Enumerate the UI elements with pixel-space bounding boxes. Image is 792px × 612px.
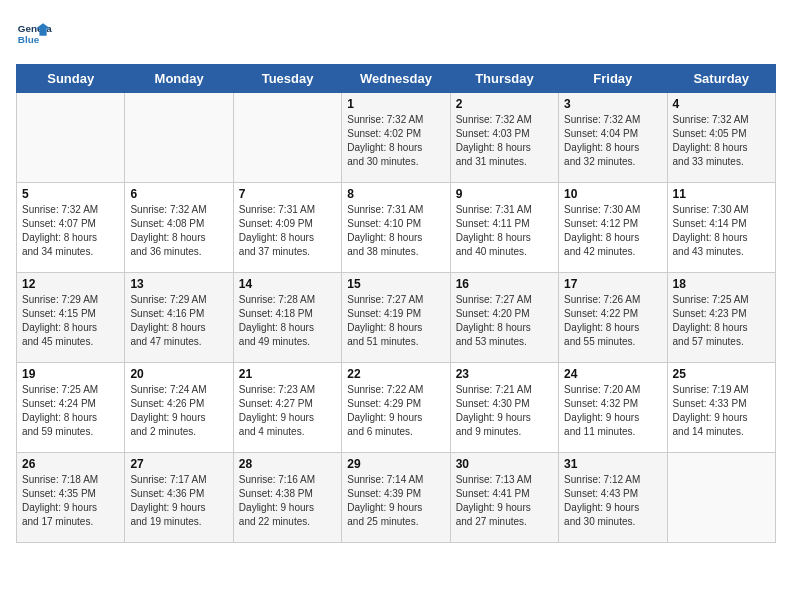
svg-text:Blue: Blue xyxy=(18,34,40,45)
weekday-header: Friday xyxy=(559,65,667,93)
calendar-cell: 25Sunrise: 7:19 AM Sunset: 4:33 PM Dayli… xyxy=(667,363,775,453)
day-number: 12 xyxy=(22,277,119,291)
day-number: 22 xyxy=(347,367,444,381)
day-number: 25 xyxy=(673,367,770,381)
calendar-cell: 12Sunrise: 7:29 AM Sunset: 4:15 PM Dayli… xyxy=(17,273,125,363)
calendar-cell: 26Sunrise: 7:18 AM Sunset: 4:35 PM Dayli… xyxy=(17,453,125,543)
day-number: 6 xyxy=(130,187,227,201)
day-number: 16 xyxy=(456,277,553,291)
weekday-header: Wednesday xyxy=(342,65,450,93)
day-number: 15 xyxy=(347,277,444,291)
day-info: Sunrise: 7:30 AM Sunset: 4:14 PM Dayligh… xyxy=(673,203,770,259)
calendar-week-row: 5Sunrise: 7:32 AM Sunset: 4:07 PM Daylig… xyxy=(17,183,776,273)
calendar-cell: 19Sunrise: 7:25 AM Sunset: 4:24 PM Dayli… xyxy=(17,363,125,453)
day-number: 27 xyxy=(130,457,227,471)
day-info: Sunrise: 7:32 AM Sunset: 4:07 PM Dayligh… xyxy=(22,203,119,259)
calendar-cell: 11Sunrise: 7:30 AM Sunset: 4:14 PM Dayli… xyxy=(667,183,775,273)
day-info: Sunrise: 7:21 AM Sunset: 4:30 PM Dayligh… xyxy=(456,383,553,439)
day-number: 17 xyxy=(564,277,661,291)
weekday-header: Tuesday xyxy=(233,65,341,93)
day-number: 1 xyxy=(347,97,444,111)
day-info: Sunrise: 7:27 AM Sunset: 4:19 PM Dayligh… xyxy=(347,293,444,349)
day-info: Sunrise: 7:30 AM Sunset: 4:12 PM Dayligh… xyxy=(564,203,661,259)
calendar-cell: 27Sunrise: 7:17 AM Sunset: 4:36 PM Dayli… xyxy=(125,453,233,543)
day-info: Sunrise: 7:14 AM Sunset: 4:39 PM Dayligh… xyxy=(347,473,444,529)
day-number: 10 xyxy=(564,187,661,201)
day-info: Sunrise: 7:28 AM Sunset: 4:18 PM Dayligh… xyxy=(239,293,336,349)
calendar-cell: 4Sunrise: 7:32 AM Sunset: 4:05 PM Daylig… xyxy=(667,93,775,183)
day-number: 3 xyxy=(564,97,661,111)
calendar-week-row: 1Sunrise: 7:32 AM Sunset: 4:02 PM Daylig… xyxy=(17,93,776,183)
day-info: Sunrise: 7:32 AM Sunset: 4:08 PM Dayligh… xyxy=(130,203,227,259)
day-info: Sunrise: 7:31 AM Sunset: 4:11 PM Dayligh… xyxy=(456,203,553,259)
day-number: 29 xyxy=(347,457,444,471)
weekday-header: Sunday xyxy=(17,65,125,93)
day-number: 21 xyxy=(239,367,336,381)
calendar-cell xyxy=(125,93,233,183)
day-info: Sunrise: 7:29 AM Sunset: 4:15 PM Dayligh… xyxy=(22,293,119,349)
calendar-cell: 7Sunrise: 7:31 AM Sunset: 4:09 PM Daylig… xyxy=(233,183,341,273)
calendar-cell: 1Sunrise: 7:32 AM Sunset: 4:02 PM Daylig… xyxy=(342,93,450,183)
day-number: 18 xyxy=(673,277,770,291)
day-number: 2 xyxy=(456,97,553,111)
day-info: Sunrise: 7:31 AM Sunset: 4:10 PM Dayligh… xyxy=(347,203,444,259)
calendar-cell: 8Sunrise: 7:31 AM Sunset: 4:10 PM Daylig… xyxy=(342,183,450,273)
calendar-cell: 3Sunrise: 7:32 AM Sunset: 4:04 PM Daylig… xyxy=(559,93,667,183)
calendar-cell: 23Sunrise: 7:21 AM Sunset: 4:30 PM Dayli… xyxy=(450,363,558,453)
day-info: Sunrise: 7:32 AM Sunset: 4:05 PM Dayligh… xyxy=(673,113,770,169)
day-info: Sunrise: 7:17 AM Sunset: 4:36 PM Dayligh… xyxy=(130,473,227,529)
day-info: Sunrise: 7:32 AM Sunset: 4:03 PM Dayligh… xyxy=(456,113,553,169)
calendar-cell: 5Sunrise: 7:32 AM Sunset: 4:07 PM Daylig… xyxy=(17,183,125,273)
day-number: 8 xyxy=(347,187,444,201)
weekday-header: Thursday xyxy=(450,65,558,93)
weekday-header-row: SundayMondayTuesdayWednesdayThursdayFrid… xyxy=(17,65,776,93)
day-info: Sunrise: 7:32 AM Sunset: 4:04 PM Dayligh… xyxy=(564,113,661,169)
calendar-cell: 21Sunrise: 7:23 AM Sunset: 4:27 PM Dayli… xyxy=(233,363,341,453)
calendar-cell xyxy=(17,93,125,183)
day-info: Sunrise: 7:27 AM Sunset: 4:20 PM Dayligh… xyxy=(456,293,553,349)
day-number: 20 xyxy=(130,367,227,381)
day-info: Sunrise: 7:22 AM Sunset: 4:29 PM Dayligh… xyxy=(347,383,444,439)
calendar-cell: 31Sunrise: 7:12 AM Sunset: 4:43 PM Dayli… xyxy=(559,453,667,543)
day-info: Sunrise: 7:31 AM Sunset: 4:09 PM Dayligh… xyxy=(239,203,336,259)
svg-text:General: General xyxy=(18,23,52,34)
day-number: 28 xyxy=(239,457,336,471)
day-number: 31 xyxy=(564,457,661,471)
day-number: 4 xyxy=(673,97,770,111)
calendar-cell: 6Sunrise: 7:32 AM Sunset: 4:08 PM Daylig… xyxy=(125,183,233,273)
calendar-cell: 20Sunrise: 7:24 AM Sunset: 4:26 PM Dayli… xyxy=(125,363,233,453)
day-info: Sunrise: 7:20 AM Sunset: 4:32 PM Dayligh… xyxy=(564,383,661,439)
calendar-cell: 9Sunrise: 7:31 AM Sunset: 4:11 PM Daylig… xyxy=(450,183,558,273)
day-number: 24 xyxy=(564,367,661,381)
day-number: 30 xyxy=(456,457,553,471)
calendar-cell: 30Sunrise: 7:13 AM Sunset: 4:41 PM Dayli… xyxy=(450,453,558,543)
logo-icon: General Blue xyxy=(16,16,52,52)
calendar-week-row: 19Sunrise: 7:25 AM Sunset: 4:24 PM Dayli… xyxy=(17,363,776,453)
day-info: Sunrise: 7:23 AM Sunset: 4:27 PM Dayligh… xyxy=(239,383,336,439)
weekday-header: Monday xyxy=(125,65,233,93)
day-info: Sunrise: 7:18 AM Sunset: 4:35 PM Dayligh… xyxy=(22,473,119,529)
day-info: Sunrise: 7:32 AM Sunset: 4:02 PM Dayligh… xyxy=(347,113,444,169)
calendar-cell: 10Sunrise: 7:30 AM Sunset: 4:12 PM Dayli… xyxy=(559,183,667,273)
day-number: 7 xyxy=(239,187,336,201)
day-info: Sunrise: 7:19 AM Sunset: 4:33 PM Dayligh… xyxy=(673,383,770,439)
day-info: Sunrise: 7:24 AM Sunset: 4:26 PM Dayligh… xyxy=(130,383,227,439)
calendar-cell: 18Sunrise: 7:25 AM Sunset: 4:23 PM Dayli… xyxy=(667,273,775,363)
calendar-cell: 15Sunrise: 7:27 AM Sunset: 4:19 PM Dayli… xyxy=(342,273,450,363)
logo: General Blue xyxy=(16,16,52,52)
calendar-cell: 13Sunrise: 7:29 AM Sunset: 4:16 PM Dayli… xyxy=(125,273,233,363)
day-number: 5 xyxy=(22,187,119,201)
day-info: Sunrise: 7:12 AM Sunset: 4:43 PM Dayligh… xyxy=(564,473,661,529)
calendar-week-row: 26Sunrise: 7:18 AM Sunset: 4:35 PM Dayli… xyxy=(17,453,776,543)
calendar-cell: 24Sunrise: 7:20 AM Sunset: 4:32 PM Dayli… xyxy=(559,363,667,453)
day-info: Sunrise: 7:13 AM Sunset: 4:41 PM Dayligh… xyxy=(456,473,553,529)
day-number: 19 xyxy=(22,367,119,381)
calendar-cell: 2Sunrise: 7:32 AM Sunset: 4:03 PM Daylig… xyxy=(450,93,558,183)
calendar-week-row: 12Sunrise: 7:29 AM Sunset: 4:15 PM Dayli… xyxy=(17,273,776,363)
calendar-cell xyxy=(667,453,775,543)
day-number: 14 xyxy=(239,277,336,291)
day-number: 13 xyxy=(130,277,227,291)
day-number: 11 xyxy=(673,187,770,201)
page-header: General Blue xyxy=(16,16,776,52)
calendar-cell: 17Sunrise: 7:26 AM Sunset: 4:22 PM Dayli… xyxy=(559,273,667,363)
